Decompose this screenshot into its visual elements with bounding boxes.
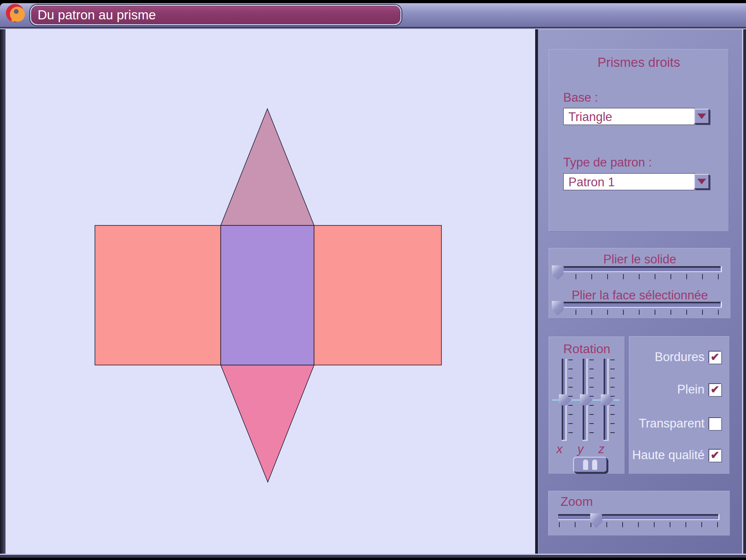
fold-face-thumb[interactable] <box>552 301 564 316</box>
right-window-border <box>742 29 746 554</box>
prism-choice-panel: Prismes droits Base : Triangle Type de p… <box>549 49 729 232</box>
control-sidebar: Prismes droits Base : Triangle Type de p… <box>539 29 742 554</box>
checkbox-label: Haute qualité <box>632 448 704 462</box>
checkbox[interactable]: ✔ <box>708 449 721 462</box>
sidebar-title: Prismes droits <box>549 55 729 70</box>
lateral-face-middle[interactable] <box>221 225 314 365</box>
axis-z-label: z <box>591 442 612 456</box>
triangle-down-icon <box>697 179 706 184</box>
bottom-window-border <box>0 554 746 560</box>
rotation-pause-button[interactable] <box>573 457 607 473</box>
zoom-track[interactable] <box>558 514 719 520</box>
fold-panel: Plier le solide Plier la face sélectionn… <box>549 248 731 319</box>
base-dropdown-button[interactable] <box>694 109 709 124</box>
option-row: Bordures✔ <box>655 350 721 364</box>
left-window-border <box>0 29 6 554</box>
base-triangle-bottom[interactable] <box>221 365 314 482</box>
zoom-slider[interactable] <box>558 514 719 530</box>
fold-solid-track[interactable] <box>553 266 722 272</box>
patron-dropdown-value[interactable]: Patron 1 <box>563 173 695 190</box>
checkbox-label: Bordures <box>655 350 704 364</box>
fold-solid-label: Plier le solide <box>549 252 731 267</box>
fold-solid-thumb[interactable] <box>552 265 564 280</box>
base-dropdown[interactable]: Triangle <box>563 108 710 125</box>
axis-y-label: y <box>570 442 591 456</box>
fold-face-label: Plier la face sélectionnée <box>549 288 731 303</box>
rotation-panel: Rotation x y z <box>549 337 625 474</box>
triangle-down-icon <box>697 114 706 119</box>
window-title: Du patron au prisme <box>31 6 400 24</box>
base-label: Base : <box>563 91 598 105</box>
axis-x-label: x <box>549 442 570 456</box>
zoom-label: Zoom <box>560 494 593 509</box>
lateral-face-right[interactable] <box>314 225 441 365</box>
checkbox-label: Plein <box>677 382 704 397</box>
patron-dropdown-button[interactable] <box>694 174 709 189</box>
net-svg <box>6 29 535 554</box>
window-title-banner: Du patron au prisme <box>30 5 401 25</box>
lateral-face-left[interactable] <box>95 225 221 365</box>
display-options-panel: Bordures✔Plein✔TransparentHaute qualité✔ <box>629 336 730 474</box>
net-canvas[interactable] <box>6 29 535 554</box>
canvas-sidebar-divider <box>535 29 539 554</box>
patron-dropdown[interactable]: Patron 1 <box>563 173 710 190</box>
fold-solid-slider[interactable] <box>553 266 722 282</box>
slider-ticks <box>559 522 719 527</box>
fold-face-track[interactable] <box>553 302 722 308</box>
pause-icon <box>583 460 588 470</box>
logo-hole <box>14 9 19 14</box>
checkbox-label: Transparent <box>639 416 704 431</box>
slider-ticks <box>576 274 719 279</box>
checkbox[interactable]: ✔ <box>708 351 721 364</box>
rotation-title: Rotation <box>549 342 625 356</box>
pause-icon <box>592 460 597 470</box>
checkbox[interactable] <box>708 417 721 430</box>
slider-ticks <box>576 310 719 315</box>
patron-type-label: Type de patron : <box>563 155 652 170</box>
option-row: Transparent <box>639 417 721 430</box>
fold-face-slider[interactable] <box>553 302 722 318</box>
base-dropdown-value[interactable]: Triangle <box>563 108 695 125</box>
option-row: Haute qualité✔ <box>632 448 721 462</box>
base-triangle-top[interactable] <box>221 109 314 225</box>
axis-labels: x y z <box>549 442 625 456</box>
app-logo-icon <box>5 2 27 25</box>
zoom-panel: Zoom <box>548 491 730 536</box>
option-row: Plein✔ <box>677 383 721 396</box>
checkbox[interactable]: ✔ <box>708 383 721 396</box>
